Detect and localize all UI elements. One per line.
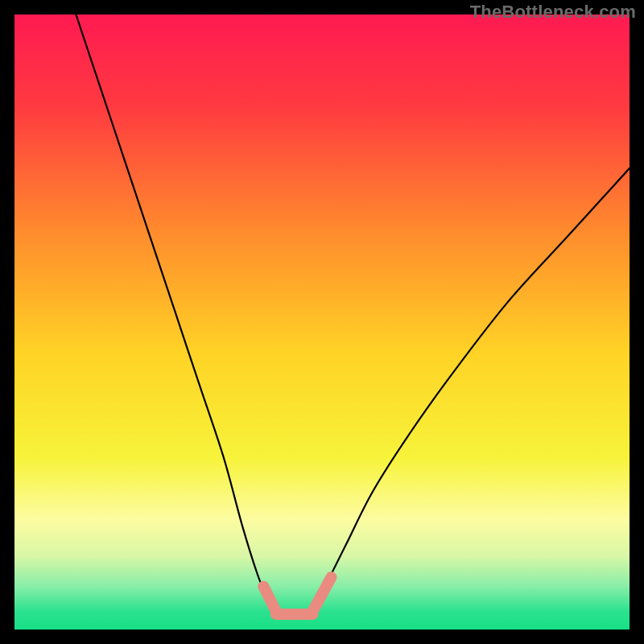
bottleneck-chart: [14, 14, 630, 630]
watermark-text: TheBottleneck.com: [470, 2, 636, 23]
chart-frame: TheBottleneck.com: [0, 0, 644, 644]
plot-area: [14, 14, 630, 630]
